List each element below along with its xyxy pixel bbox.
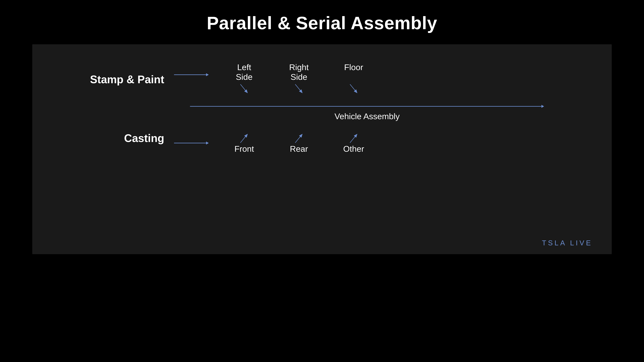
svg-line-5: [350, 134, 357, 143]
vehicle-assembly-section: Vehicle Assembly: [58, 105, 586, 121]
branch-floor: Floor: [338, 62, 370, 82]
branch-front: Front: [228, 144, 260, 154]
tesla-live-watermark: TSLA LIVE: [542, 239, 592, 247]
svg-line-4: [295, 134, 302, 143]
vehicle-assembly-label: Vehicle Assembly: [190, 111, 544, 121]
svg-line-3: [240, 134, 248, 143]
svg-line-1: [295, 84, 302, 93]
casting-label: Casting: [58, 132, 174, 156]
slide-title: Parallel & Serial Assembly: [207, 13, 437, 33]
svg-line-2: [350, 84, 357, 93]
branch-left-side: Left Side: [228, 62, 260, 82]
diagram-container: Stamp & Paint Left Side Right Side Floor: [32, 44, 612, 254]
svg-line-0: [240, 84, 248, 93]
stamp-paint-label: Stamp & Paint: [58, 62, 174, 86]
branch-other: Other: [338, 144, 370, 154]
branch-right-side: Right Side: [283, 62, 315, 82]
branch-rear: Rear: [283, 144, 315, 154]
